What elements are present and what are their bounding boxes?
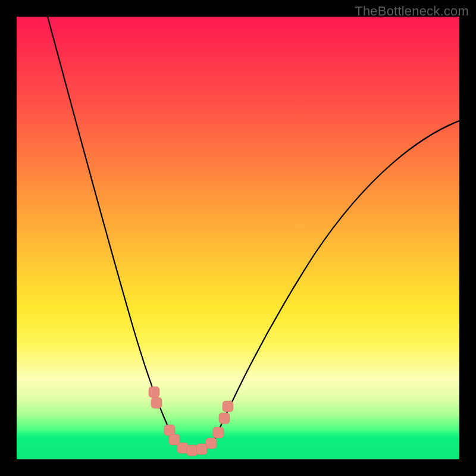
data-marker bbox=[213, 427, 224, 438]
marker-group bbox=[149, 387, 233, 456]
data-marker bbox=[223, 401, 233, 412]
data-marker bbox=[196, 444, 207, 455]
chart-frame: TheBottleneck.com bbox=[0, 0, 476, 476]
data-marker bbox=[177, 443, 188, 453]
watermark-text: TheBottleneck.com bbox=[355, 4, 469, 19]
data-marker bbox=[187, 445, 198, 456]
plot-area bbox=[17, 17, 459, 459]
data-marker bbox=[164, 425, 175, 436]
data-marker bbox=[219, 413, 230, 424]
data-marker bbox=[206, 438, 217, 449]
curve-left-branch bbox=[48, 17, 174, 440]
data-marker bbox=[149, 387, 159, 397]
curve-layer bbox=[17, 17, 459, 459]
data-marker bbox=[151, 397, 162, 408]
curve-right-branch bbox=[214, 121, 459, 440]
